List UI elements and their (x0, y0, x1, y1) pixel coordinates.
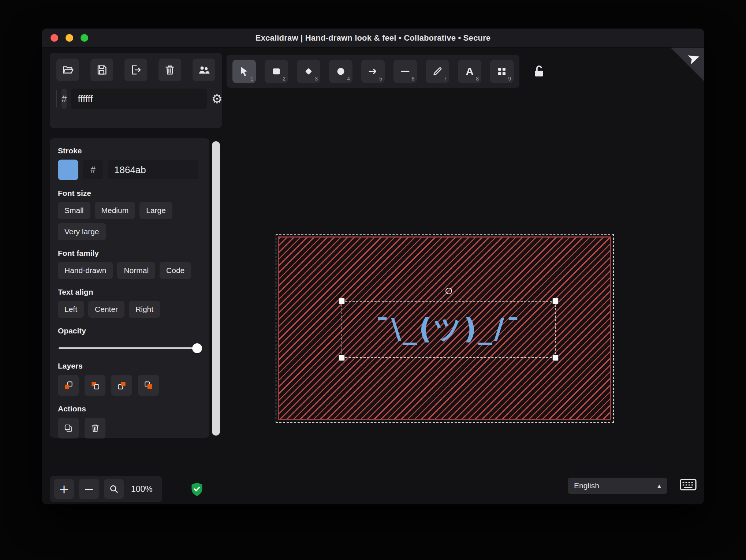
cursor-icon (239, 66, 250, 77)
tool-rectangle[interactable]: 2 (265, 60, 288, 83)
font-size-large[interactable]: Large (139, 202, 172, 219)
plus-icon: + (59, 482, 70, 496)
bring-forward-button[interactable] (111, 375, 132, 396)
trash-icon (90, 423, 100, 433)
tool-text[interactable]: A 8 (458, 60, 481, 83)
font-size-medium[interactable]: Medium (95, 202, 135, 219)
zoom-reset-icon (109, 484, 119, 494)
font-family-options: Hand-drawn Normal Code (58, 262, 201, 279)
canvas-settings-button[interactable]: ⚙ (211, 93, 222, 105)
stroke-color-row: # (58, 160, 201, 180)
encryption-shield-icon (190, 482, 204, 497)
font-size-label: Font size (58, 189, 201, 198)
tools-toolbar: 1 2 3 4 (227, 55, 519, 88)
zoom-reset-button[interactable] (104, 479, 124, 499)
diamond-icon (303, 66, 314, 77)
font-size-very-large[interactable]: Very large (58, 223, 106, 240)
text-align-left[interactable]: Left (58, 301, 84, 318)
bring-to-front-icon (143, 380, 154, 391)
font-size-options: Small Medium Large Very large (58, 202, 201, 240)
keyboard-shortcuts-button[interactable] (679, 478, 697, 492)
send-to-back-button[interactable] (58, 375, 79, 396)
send-backward-icon (90, 380, 100, 391)
opacity-label: Opacity (58, 326, 201, 335)
text-align-center[interactable]: Center (88, 301, 124, 318)
tool-key: 1 (250, 76, 253, 82)
duplicate-icon (63, 423, 74, 433)
save-button[interactable] (90, 59, 113, 81)
text-tool-icon: A (466, 65, 474, 78)
stroke-color-input[interactable] (108, 160, 198, 179)
caret-up-icon: ▲ (657, 483, 661, 489)
opacity-slider-thumb[interactable] (192, 343, 202, 353)
line-icon (400, 66, 411, 77)
file-buttons-row (56, 59, 215, 81)
duplicate-button[interactable] (58, 418, 79, 438)
open-file-button[interactable] (56, 59, 79, 81)
bring-to-front-button[interactable] (138, 375, 159, 396)
font-family-code[interactable]: Code (160, 262, 191, 279)
zoom-out-button[interactable]: − (79, 479, 99, 499)
tool-key: 7 (444, 76, 447, 82)
background-color-input[interactable] (71, 89, 207, 109)
layers-label: Layers (58, 362, 201, 370)
clear-canvas-button[interactable] (158, 59, 181, 81)
send-to-back-icon (63, 380, 74, 391)
text-align-label: Text align (58, 288, 201, 296)
properties-panel: Stroke # Font size Small Medium Large Ve… (50, 138, 209, 438)
pencil-icon (432, 66, 443, 77)
canvas-background-swatch[interactable] (56, 90, 57, 108)
delete-button[interactable] (85, 418, 105, 438)
titlebar: Excalidraw | Hand-drawn look & feel • Co… (42, 29, 704, 48)
resize-handle-bottom-right[interactable] (552, 355, 559, 361)
tool-key: 4 (347, 76, 350, 82)
actions-buttons (58, 418, 201, 438)
canvas-background-row: # ⚙ (56, 89, 215, 109)
tool-ellipse[interactable]: 4 (329, 60, 353, 83)
minimize-button[interactable] (66, 34, 73, 42)
collaboration-button[interactable] (193, 59, 215, 81)
font-family-hand-drawn[interactable]: Hand-drawn (58, 262, 113, 279)
stroke-color-swatch[interactable] (58, 160, 78, 180)
opacity-slider-track[interactable] (59, 347, 201, 349)
tool-key: 3 (315, 76, 318, 82)
rotate-handle[interactable] (445, 288, 452, 294)
arrow-icon (368, 66, 378, 77)
tool-selection[interactable]: 1 (232, 60, 256, 83)
folder-open-icon (61, 64, 74, 76)
tool-key: 6 (411, 76, 414, 82)
gear-icon: ⚙ (211, 92, 222, 106)
panel-scrollbar[interactable] (212, 141, 220, 436)
zoom-in-button[interactable]: + (54, 479, 74, 499)
language-value: English (574, 481, 599, 490)
resize-handle-top-left[interactable] (339, 298, 345, 304)
lock-toggle-button[interactable] (530, 63, 548, 81)
text-align-right[interactable]: Right (129, 301, 160, 318)
close-button[interactable] (51, 34, 58, 42)
font-size-small[interactable]: Small (58, 202, 90, 219)
zoom-level-label: 100% (131, 484, 153, 494)
unlocked-icon (531, 63, 547, 79)
resize-handle-bottom-left[interactable] (339, 355, 345, 361)
language-select[interactable]: English ▲ (568, 478, 667, 494)
send-backward-button[interactable] (85, 375, 105, 396)
resize-handle-top-right[interactable] (552, 298, 559, 304)
text-align-options: Left Center Right (58, 301, 201, 318)
tool-draw[interactable]: 7 (426, 60, 449, 83)
maximize-button[interactable] (81, 34, 88, 42)
font-family-label: Font family (58, 249, 201, 258)
library-icon (496, 66, 507, 77)
tool-library[interactable]: 9 (490, 60, 514, 83)
desktop: Excalidraw | Hand-drawn look & feel • Co… (0, 0, 746, 560)
opacity-slider[interactable] (59, 343, 201, 353)
app-window: Excalidraw | Hand-drawn look & feel • Co… (42, 29, 704, 504)
tool-diamond[interactable]: 3 (297, 60, 320, 83)
tool-key: 2 (283, 76, 286, 82)
export-button[interactable] (124, 59, 147, 81)
tool-line[interactable]: 6 (393, 60, 417, 83)
font-family-normal[interactable]: Normal (117, 262, 155, 279)
tool-arrow[interactable]: 5 (361, 60, 385, 83)
tool-key: 9 (508, 76, 511, 82)
save-icon (96, 64, 108, 76)
window-title: Excalidraw | Hand-drawn look & feel • Co… (255, 33, 491, 43)
